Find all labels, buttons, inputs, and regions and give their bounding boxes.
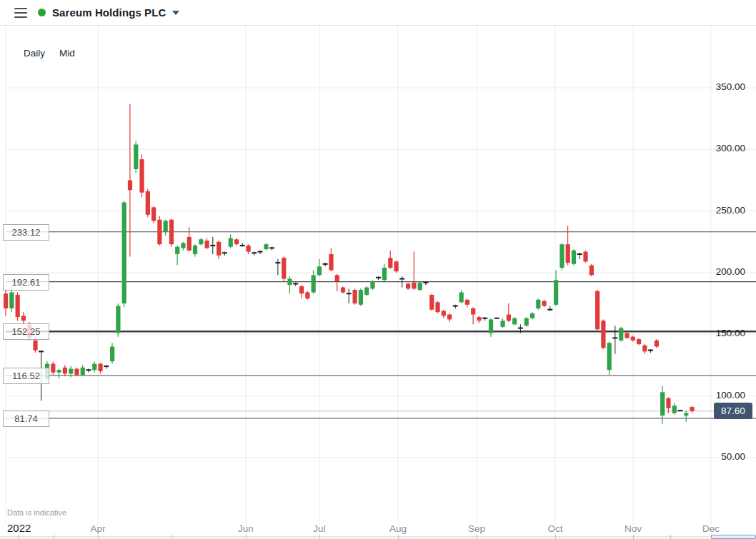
candle bbox=[459, 293, 464, 303]
scrollbar-tick bbox=[98, 535, 99, 539]
scrollbar-tick bbox=[18, 535, 19, 539]
doji-candle bbox=[347, 293, 352, 294]
candle bbox=[299, 286, 304, 293]
candle bbox=[146, 191, 150, 215]
menu-icon[interactable] bbox=[14, 8, 27, 18]
candle bbox=[595, 291, 600, 330]
y-axis-tick: 200.00 bbox=[716, 266, 745, 277]
candle bbox=[672, 405, 677, 413]
candle bbox=[175, 247, 179, 254]
scrollbar-tick bbox=[54, 535, 54, 539]
scrollbar-tick bbox=[319, 535, 320, 539]
interval-button[interactable]: Daily bbox=[24, 48, 45, 59]
candle bbox=[631, 337, 635, 341]
doji-candle bbox=[518, 328, 523, 329]
candle bbox=[412, 283, 416, 289]
candle bbox=[447, 315, 452, 320]
candle bbox=[435, 302, 439, 312]
candle bbox=[501, 321, 505, 327]
candle bbox=[477, 317, 481, 321]
instrument-title[interactable]: Sareum Holdings PLC bbox=[52, 6, 166, 19]
chevron-down-icon[interactable] bbox=[172, 11, 179, 15]
candle bbox=[559, 244, 564, 268]
candle bbox=[234, 239, 239, 244]
candle bbox=[690, 407, 694, 411]
candle bbox=[187, 237, 192, 251]
candle bbox=[128, 180, 132, 190]
doji-candle bbox=[222, 252, 227, 253]
scrollbar-active-range[interactable] bbox=[711, 535, 756, 539]
y-axis-tick: 150.00 bbox=[716, 328, 745, 338]
doji-candle bbox=[677, 410, 682, 411]
candle bbox=[116, 306, 120, 333]
price-level-label: 81.74 bbox=[3, 410, 49, 427]
candle bbox=[601, 321, 605, 348]
y-axis-tick: 300.00 bbox=[716, 143, 745, 153]
candle bbox=[406, 283, 410, 288]
candle bbox=[530, 313, 534, 318]
candle bbox=[429, 295, 434, 310]
candle bbox=[382, 268, 387, 280]
candle bbox=[164, 221, 168, 232]
price-level-label: 233.12 bbox=[3, 224, 49, 241]
scrollbar-tick bbox=[398, 535, 399, 539]
doji-candle bbox=[612, 337, 617, 338]
candle bbox=[542, 301, 546, 306]
doji-candle bbox=[399, 278, 404, 280]
candle bbox=[92, 364, 96, 371]
candle bbox=[465, 300, 469, 305]
candle bbox=[642, 346, 647, 352]
doji-candle bbox=[547, 309, 552, 311]
candle bbox=[81, 368, 85, 375]
candle bbox=[21, 316, 26, 321]
candle bbox=[134, 144, 138, 169]
candle bbox=[9, 293, 14, 308]
scrollbar-tick bbox=[171, 535, 172, 539]
candle bbox=[305, 293, 309, 299]
y-axis-tick: 350.00 bbox=[716, 81, 745, 92]
candle bbox=[157, 220, 161, 245]
header-bar: Sareum Holdings PLC bbox=[0, 0, 756, 26]
candle bbox=[33, 341, 37, 351]
candle bbox=[394, 261, 398, 271]
candle bbox=[341, 288, 345, 293]
candle bbox=[217, 242, 221, 256]
candle bbox=[287, 279, 292, 286]
candle bbox=[418, 283, 422, 290]
price-level-label: 192.61 bbox=[3, 274, 49, 291]
data-indicative-note: Data is indicative bbox=[7, 508, 66, 517]
candle bbox=[507, 315, 511, 321]
doji-candle bbox=[494, 318, 499, 319]
candle bbox=[637, 339, 641, 344]
doji-candle bbox=[39, 351, 44, 352]
candle bbox=[199, 239, 203, 244]
candle bbox=[353, 290, 357, 303]
scrollbar-tick bbox=[555, 535, 556, 539]
candle bbox=[388, 258, 392, 268]
candle bbox=[489, 319, 493, 333]
candlestick-chart-canvas[interactable] bbox=[0, 0, 756, 539]
doji-candle bbox=[482, 318, 487, 319]
chart-type-button[interactable]: Mid bbox=[59, 48, 75, 59]
candle bbox=[98, 364, 102, 371]
trading-chart-app: Sareum Holdings PLC Daily Mid 350.00300.… bbox=[0, 0, 756, 539]
candle bbox=[69, 369, 73, 374]
doji-candle bbox=[648, 350, 653, 351]
candle bbox=[572, 251, 576, 264]
candle bbox=[181, 243, 185, 248]
candle bbox=[312, 275, 316, 292]
doji-candle bbox=[269, 247, 274, 248]
doji-candle bbox=[423, 282, 428, 283]
candle bbox=[329, 254, 333, 270]
doji-candle bbox=[453, 306, 458, 307]
x-axis-label-apr: Apr bbox=[90, 523, 105, 534]
x-axis-label-aug: Aug bbox=[389, 523, 407, 534]
doji-candle bbox=[240, 245, 245, 246]
candle bbox=[122, 203, 126, 304]
timeline-scrollbar[interactable] bbox=[0, 535, 756, 539]
candle bbox=[63, 368, 67, 374]
candle bbox=[655, 341, 659, 347]
candle bbox=[583, 252, 587, 262]
price-level-label: 116.52 bbox=[3, 368, 49, 384]
y-axis-tick: 250.00 bbox=[716, 205, 745, 216]
